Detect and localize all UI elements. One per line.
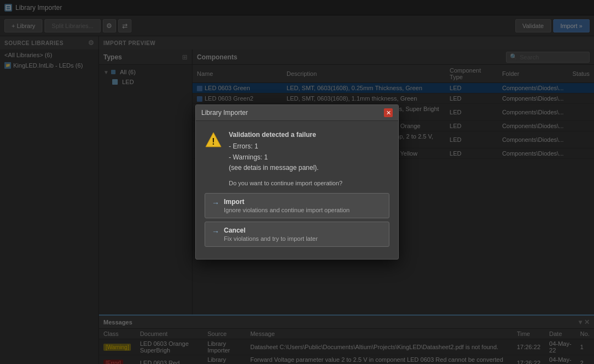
- dialog-details: (see detais in message panel).: [229, 163, 318, 173]
- dialog-cancel-content: Cancel Fix violations and try to import …: [224, 227, 318, 242]
- dialog-import-subtitle: Ignore violations and continue import op…: [224, 207, 350, 213]
- dialog-cancel-button[interactable]: → Cancel Fix violations and try to impor…: [205, 222, 389, 247]
- cancel-arrow-icon: →: [212, 227, 219, 236]
- dialog-close-button[interactable]: ✕: [384, 108, 393, 117]
- warning-icon: !: [205, 131, 222, 148]
- dialog: Library Importer ✕ ! Validation detected…: [195, 104, 399, 260]
- dialog-cancel-subtitle: Fix violations and try to import later: [224, 235, 318, 242]
- import-arrow-icon: →: [212, 198, 219, 207]
- dialog-warnings: - Warnings: 1: [229, 152, 318, 163]
- dialog-message-area: ! Validation detected a failure - Errors…: [205, 130, 389, 173]
- dialog-cancel-title: Cancel: [224, 227, 318, 234]
- modal-overlay: Library Importer ✕ ! Validation detected…: [0, 0, 594, 364]
- dialog-body: ! Validation detected a failure - Errors…: [196, 121, 398, 259]
- dialog-title: Library Importer: [201, 109, 248, 117]
- dialog-title-bar: Library Importer ✕: [196, 105, 398, 121]
- dialog-question: Do you want to continue import operation…: [205, 180, 389, 186]
- dialog-import-content: Import Ignore violations and continue im…: [224, 198, 350, 213]
- svg-text:!: !: [212, 137, 215, 146]
- dialog-text: Validation detected a failure - Errors: …: [229, 130, 318, 173]
- dialog-heading: Validation detected a failure: [229, 130, 318, 140]
- dialog-import-button[interactable]: → Import Ignore violations and continue …: [205, 193, 389, 218]
- dialog-import-title: Import: [224, 198, 350, 206]
- dialog-errors: - Errors: 1: [229, 141, 318, 152]
